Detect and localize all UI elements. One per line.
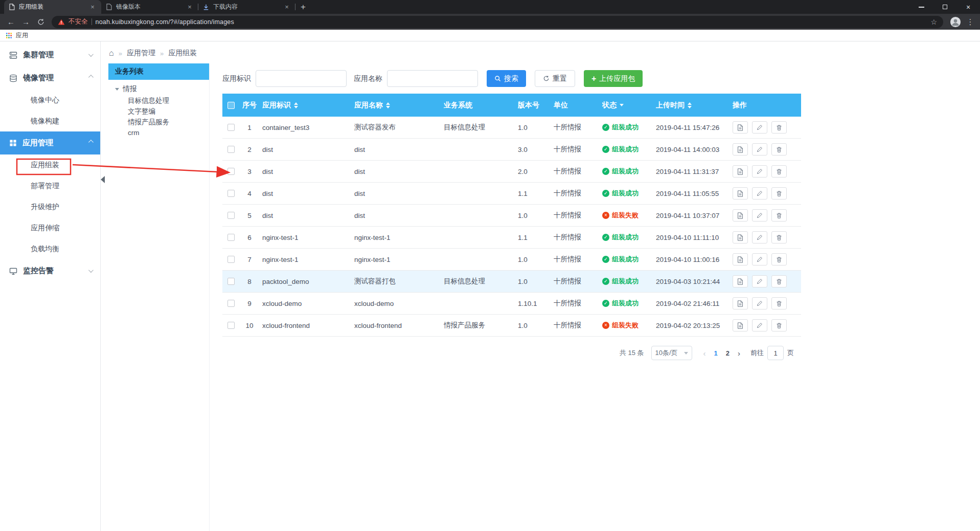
- page-button-1[interactable]: 1: [710, 349, 722, 357]
- delete-button[interactable]: [771, 253, 787, 266]
- app-id-input[interactable]: [256, 70, 347, 87]
- edit-button[interactable]: [752, 209, 767, 222]
- edit-button[interactable]: [752, 297, 767, 309]
- row-checkbox[interactable]: [227, 190, 235, 197]
- view-detail-button[interactable]: [733, 297, 748, 309]
- tree-expand-icon[interactable]: [115, 88, 119, 91]
- edit-button[interactable]: [752, 165, 767, 178]
- tree-leaf-intel-product[interactable]: 情报产品服务: [108, 117, 209, 127]
- filter-caret-icon[interactable]: [620, 104, 624, 106]
- sidebar-item-app-mgmt[interactable]: 应用管理: [0, 131, 100, 154]
- tree-node-intel[interactable]: 情报: [108, 80, 209, 95]
- edit-button[interactable]: [752, 319, 767, 331]
- tree-leaf-crm[interactable]: crm: [108, 127, 209, 138]
- row-checkbox[interactable]: [227, 322, 235, 329]
- view-detail-button[interactable]: [733, 209, 748, 222]
- sidebar-item-image-mgmt[interactable]: 镜像管理: [0, 67, 100, 90]
- browser-tab-app-assembly[interactable]: 应用组装 ×: [4, 0, 101, 14]
- security-warning-label[interactable]: 不安全: [69, 17, 88, 26]
- tab-close-icon[interactable]: ×: [186, 3, 194, 11]
- business-list-header[interactable]: 业务列表: [108, 63, 209, 80]
- view-detail-button[interactable]: [733, 319, 748, 331]
- view-detail-button[interactable]: [733, 275, 748, 287]
- row-checkbox[interactable]: [227, 124, 235, 131]
- sidebar-item-app-scaling[interactable]: 应用伸缩: [0, 217, 100, 238]
- sidebar-collapse-icon[interactable]: [101, 176, 105, 183]
- search-button[interactable]: 搜索: [487, 70, 526, 87]
- breadcrumb-item-app-assembly[interactable]: 应用组装: [168, 49, 197, 58]
- view-detail-button[interactable]: [733, 253, 748, 266]
- forward-icon[interactable]: →: [19, 15, 33, 29]
- breadcrumb-item-app-mgmt[interactable]: 应用管理: [127, 49, 155, 58]
- bookmark-app-shortcut[interactable]: 应用: [16, 31, 28, 40]
- delete-button[interactable]: [771, 209, 787, 222]
- refresh-icon[interactable]: [34, 15, 48, 29]
- row-checkbox[interactable]: [227, 234, 235, 241]
- sidebar-item-monitor-alert[interactable]: 监控告警: [0, 259, 100, 282]
- select-all-checkbox[interactable]: [227, 102, 235, 109]
- home-icon[interactable]: ⌂: [109, 49, 114, 58]
- sort-icon[interactable]: [386, 102, 390, 108]
- sidebar-item-image-center[interactable]: 镜像中心: [0, 90, 100, 110]
- apps-grid-icon[interactable]: [6, 32, 12, 39]
- minimize-button[interactable]: [909, 0, 933, 14]
- view-detail-button[interactable]: [733, 187, 748, 200]
- view-detail-button[interactable]: [733, 165, 748, 178]
- sidebar-item-deploy-mgmt[interactable]: 部署管理: [0, 175, 100, 196]
- new-tab-button[interactable]: +: [295, 0, 311, 14]
- edit-button[interactable]: [752, 121, 767, 134]
- row-checkbox[interactable]: [227, 212, 235, 219]
- edit-button[interactable]: [752, 143, 767, 156]
- upload-app-package-button[interactable]: + 上传应用包: [584, 70, 643, 87]
- back-icon[interactable]: ←: [4, 15, 18, 29]
- browser-tab-download[interactable]: 下载内容 ×: [198, 0, 295, 14]
- delete-button[interactable]: [771, 231, 787, 244]
- close-button[interactable]: ×: [956, 0, 980, 14]
- row-checkbox[interactable]: [227, 256, 235, 263]
- prev-page-button[interactable]: ‹: [699, 349, 710, 358]
- delete-button[interactable]: [771, 165, 787, 178]
- delete-button[interactable]: [771, 297, 787, 309]
- view-detail-button[interactable]: [733, 143, 748, 156]
- col-status[interactable]: 状态: [602, 101, 656, 110]
- row-checkbox[interactable]: [227, 146, 235, 153]
- delete-button[interactable]: [771, 121, 787, 134]
- page-size-select[interactable]: 10条/页: [651, 346, 692, 360]
- delete-button[interactable]: [771, 187, 787, 200]
- sort-icon[interactable]: [688, 102, 692, 108]
- view-detail-button[interactable]: [733, 121, 748, 134]
- sidebar-item-cluster-mgmt[interactable]: 集群管理: [0, 43, 100, 67]
- reset-button[interactable]: 重置: [535, 70, 575, 87]
- row-checkbox[interactable]: [227, 168, 235, 175]
- maximize-button[interactable]: [933, 0, 956, 14]
- row-checkbox[interactable]: [227, 300, 235, 307]
- col-app-name[interactable]: 应用名称: [354, 101, 444, 110]
- delete-button[interactable]: [771, 319, 787, 331]
- tree-leaf-text-editing[interactable]: 文字整编: [108, 106, 209, 117]
- edit-button[interactable]: [752, 253, 767, 266]
- edit-button[interactable]: [752, 231, 767, 244]
- tab-close-icon[interactable]: ×: [88, 3, 97, 11]
- edit-button[interactable]: [752, 187, 767, 200]
- tree-leaf-target-info[interactable]: 目标信息处理: [108, 95, 209, 106]
- tab-close-icon[interactable]: ×: [283, 3, 291, 11]
- sort-icon[interactable]: [294, 102, 298, 108]
- edit-button[interactable]: [752, 275, 767, 287]
- delete-button[interactable]: [771, 275, 787, 287]
- sidebar-item-upgrade-maintain[interactable]: 升级维护: [0, 196, 100, 217]
- sidebar-item-load-balance[interactable]: 负载均衡: [0, 238, 100, 259]
- delete-button[interactable]: [771, 143, 787, 156]
- col-upload-time[interactable]: 上传时间: [656, 101, 733, 110]
- sidebar-item-image-build[interactable]: 镜像构建: [0, 110, 100, 131]
- address-bar[interactable]: 不安全 noah.kuibuxingkong.com/?#/applicatio…: [52, 16, 943, 28]
- bookmark-star-icon[interactable]: ☆: [930, 18, 937, 26]
- next-page-button[interactable]: ›: [734, 349, 744, 358]
- row-checkbox[interactable]: [227, 278, 235, 285]
- profile-avatar[interactable]: [950, 16, 961, 28]
- browser-tab-image-version[interactable]: 镜像版本 ×: [101, 0, 198, 14]
- app-name-input[interactable]: [387, 70, 478, 87]
- goto-page-input[interactable]: [767, 346, 784, 360]
- col-app-id[interactable]: 应用标识: [262, 101, 354, 110]
- page-button-2[interactable]: 2: [722, 349, 734, 357]
- browser-menu-icon[interactable]: ⋮: [965, 17, 976, 27]
